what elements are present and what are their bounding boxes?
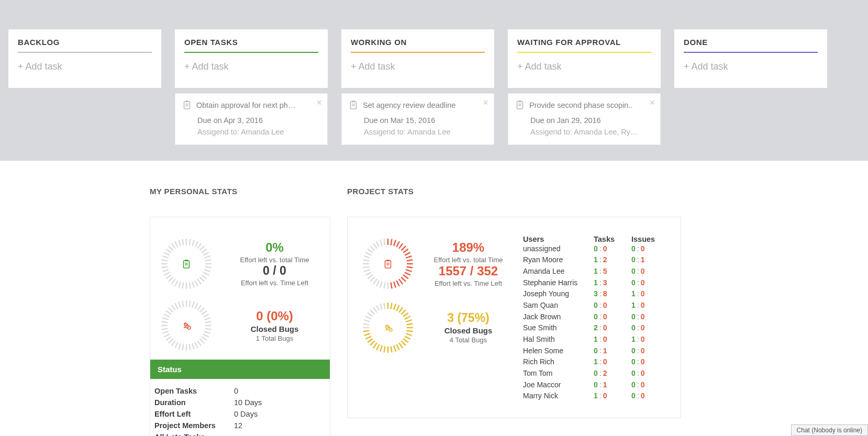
svg-line-151 (370, 341, 374, 345)
stat-row: Open Tasks0 (154, 385, 326, 397)
project-bugs-count: 3 (75%) (428, 311, 508, 325)
personal-effort-ratio: 0 / 0 (227, 264, 322, 278)
svg-line-48 (192, 301, 194, 307)
project-stats-heading: PROJECT STATS (347, 187, 681, 196)
stat-key: Duration (154, 398, 234, 407)
svg-line-8 (192, 240, 194, 245)
svg-line-107 (384, 282, 385, 288)
svg-line-134 (406, 320, 411, 322)
svg-line-81 (169, 308, 173, 312)
task-due-date: Due on Mar 15, 2016 (364, 116, 486, 125)
svg-line-30 (172, 279, 175, 284)
add-task-button[interactable]: + Add task (184, 61, 318, 72)
svg-line-89 (396, 241, 399, 247)
user-row: Marry Nick1:00:0 (523, 390, 669, 402)
clipboard-icon (516, 100, 524, 111)
user-tasks-pair: 2:0 (594, 322, 631, 334)
user-name: unassigned (523, 243, 594, 255)
project-effort-label-1: Effort left vs. total Time (428, 256, 508, 264)
svg-line-23 (195, 281, 197, 286)
user-row: Joe Maccor0:10:0 (523, 379, 669, 391)
svg-line-137 (407, 330, 413, 331)
svg-line-7 (190, 239, 191, 245)
user-tasks-pair: 1:0 (594, 334, 631, 345)
kanban-column: DONE+ Add task (674, 29, 827, 145)
svg-line-95 (407, 260, 413, 261)
svg-line-37 (162, 260, 168, 261)
svg-line-133 (405, 316, 410, 319)
user-tasks-pair: 1:0 (594, 356, 631, 368)
user-tasks-pair: 0:0 (594, 300, 631, 311)
svg-line-39 (164, 252, 170, 255)
svg-line-15 (205, 260, 212, 261)
task-assignees: Assigend to: Amanda Lee (197, 128, 320, 136)
svg-line-163 (376, 305, 379, 311)
svg-line-97 (407, 266, 413, 267)
user-issues-pair: 0:0 (631, 311, 669, 323)
user-name: Amanda Lee (523, 266, 594, 277)
svg-line-110 (373, 279, 377, 284)
user-issues-pair: 0:0 (631, 390, 669, 402)
svg-line-130 (399, 307, 403, 312)
personal-effort-label-1: Effort left vs. total Time (227, 256, 322, 264)
svg-line-120 (368, 249, 373, 252)
column-header: DONE+ Add task (674, 29, 827, 88)
stat-key: Effort Left (154, 410, 234, 418)
user-table-header-issues: Issues (631, 235, 669, 243)
task-card[interactable]: ×Obtain approval for next ph…Due on Apr … (175, 93, 328, 145)
task-assignees: Assigend to: Amanda Lee, Ry… (530, 128, 653, 136)
svg-line-149 (376, 344, 379, 350)
add-task-button[interactable]: + Add task (684, 61, 818, 72)
svg-line-64 (192, 343, 194, 349)
svg-line-160 (368, 312, 373, 316)
personal-bugs-count: 0 (0%) (227, 309, 322, 323)
user-name: Sam Quan (523, 300, 594, 311)
svg-line-72 (166, 337, 171, 340)
svg-line-80 (166, 310, 171, 314)
project-bugs-gauge (359, 299, 417, 356)
svg-line-144 (394, 345, 396, 351)
task-card[interactable]: ×Provide second phase scopin..Due on Jan… (508, 93, 661, 145)
svg-line-68 (179, 343, 181, 349)
svg-line-148 (380, 345, 382, 351)
add-task-button[interactable]: + Add task (351, 61, 485, 72)
svg-line-129 (396, 305, 399, 311)
user-row: Stephanie Harris1:30:0 (523, 277, 669, 289)
user-tasks-pair: 3:8 (594, 288, 631, 300)
svg-line-53 (203, 314, 209, 317)
user-name: Hal Smith (523, 334, 594, 345)
svg-line-94 (406, 256, 411, 258)
user-name: Tom Tom (523, 368, 594, 379)
svg-line-108 (380, 282, 382, 287)
add-task-button[interactable]: + Add task (18, 61, 152, 72)
user-row: Joseph Young3:81:0 (523, 288, 669, 300)
user-table-header-users: Users (523, 235, 594, 243)
svg-line-125 (384, 239, 385, 245)
user-name: Jack Brown (523, 311, 594, 323)
add-task-button[interactable]: + Add task (517, 61, 651, 72)
column-divider (684, 52, 818, 53)
task-assignees: Assigend to: Amanda Lee (364, 128, 486, 136)
svg-line-158 (364, 320, 370, 322)
svg-line-121 (370, 246, 374, 250)
task-card[interactable]: ×Set agency review deadlineDue on Mar 15… (341, 93, 494, 145)
svg-line-131 (401, 310, 405, 314)
user-tasks-pair: 1:0 (594, 390, 631, 402)
user-name: Marry Nick (523, 390, 594, 402)
svg-line-135 (407, 323, 413, 325)
clipboard-icon (183, 100, 191, 111)
kanban-column: WORKING ON+ Add task×Set agency review d… (341, 29, 494, 145)
svg-line-24 (192, 282, 194, 287)
close-icon[interactable]: × (483, 98, 488, 107)
project-effort-ratio: 1557 / 352 (428, 264, 508, 278)
user-stats-table: Users Tasks Issues unassigned0:00:0Ryan … (523, 235, 669, 403)
user-tasks-pair: 1:2 (594, 254, 631, 266)
close-icon[interactable]: × (316, 98, 322, 107)
stat-key: All Late Tasks (154, 433, 234, 437)
column-divider (184, 52, 318, 53)
svg-line-47 (190, 300, 191, 307)
svg-line-25 (190, 282, 191, 288)
chat-status-strip[interactable]: Chat (Nobody is online) (791, 424, 868, 436)
close-icon[interactable]: × (649, 98, 655, 107)
svg-line-55 (205, 321, 212, 322)
